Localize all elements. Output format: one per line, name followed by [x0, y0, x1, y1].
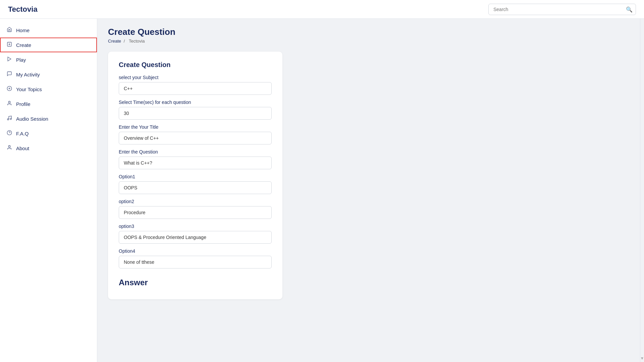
layout: Home Create Play My Activity Your Topics	[0, 19, 644, 362]
sidebar-item-audio-session[interactable]: Audio Session	[0, 111, 97, 126]
option2-input[interactable]	[119, 206, 272, 219]
sidebar-item-about-label: About	[16, 145, 29, 151]
search-input[interactable]	[488, 4, 636, 15]
card-title: Create Question	[119, 61, 272, 69]
sidebar-item-faq[interactable]: F.A.Q	[0, 126, 97, 141]
option2-label: option2	[119, 199, 272, 204]
scroll-hint: ▼	[640, 19, 644, 362]
sidebar-item-about[interactable]: About	[0, 141, 97, 156]
create-icon	[7, 42, 12, 48]
sidebar-item-audio-label: Audio Session	[16, 116, 48, 122]
header: Tectovia 🔍	[0, 0, 644, 19]
svg-marker-3	[8, 57, 11, 61]
activity-icon	[7, 71, 12, 78]
option4-label: Option4	[119, 248, 272, 254]
main-content: Create Question Create / Tectovia Create…	[97, 19, 640, 362]
title-label: Enter the Your Title	[119, 124, 272, 130]
play-icon	[7, 56, 12, 63]
sidebar-item-create-label: Create	[16, 42, 31, 48]
time-label: Select Time(sec) for each question	[119, 100, 272, 105]
svg-point-7	[8, 101, 10, 103]
sidebar-item-faq-label: F.A.Q	[16, 131, 29, 136]
sidebar-item-my-activity-label: My Activity	[16, 72, 40, 77]
faq-icon	[7, 130, 12, 137]
create-question-card: Create Question select your Subject Sele…	[108, 52, 282, 299]
breadcrumb: Create / Tectovia	[108, 39, 629, 44]
time-input[interactable]	[119, 107, 272, 120]
sidebar-item-play[interactable]: Play	[0, 52, 97, 67]
logo: Tectovia	[8, 5, 105, 14]
sidebar-item-home-label: Home	[16, 27, 30, 33]
option3-input[interactable]	[119, 231, 272, 244]
answer-title: Answer	[119, 278, 272, 287]
option3-label: option3	[119, 224, 272, 229]
breadcrumb-tectovia: Tectovia	[129, 39, 145, 44]
sidebar-item-profile-label: Profile	[16, 101, 31, 107]
svg-point-8	[7, 119, 9, 120]
question-input[interactable]	[119, 157, 272, 169]
sidebar-item-home[interactable]: Home	[0, 23, 97, 38]
sidebar-item-my-activity[interactable]: My Activity	[0, 67, 97, 82]
search-wrapper: 🔍	[488, 4, 636, 15]
sidebar-item-profile[interactable]: Profile	[0, 97, 97, 111]
topics-icon	[7, 86, 12, 93]
about-icon	[7, 145, 12, 152]
profile-icon	[7, 101, 12, 107]
sidebar-item-play-label: Play	[16, 57, 26, 63]
title-input[interactable]	[119, 132, 272, 144]
svg-point-12	[8, 145, 10, 147]
breadcrumb-create[interactable]: Create	[108, 39, 121, 44]
search-icon: 🔍	[626, 6, 633, 12]
home-icon	[7, 27, 12, 34]
sidebar-item-create[interactable]: Create	[0, 38, 97, 52]
scroll-arrow-icon: ▼	[640, 356, 644, 361]
page-title: Create Question	[108, 27, 629, 37]
question-label: Enter the Question	[119, 149, 272, 155]
audio-icon	[7, 115, 12, 122]
option1-label: Option1	[119, 174, 272, 179]
sidebar: Home Create Play My Activity Your Topics	[0, 19, 97, 362]
option4-input[interactable]	[119, 256, 272, 268]
svg-point-9	[10, 118, 11, 120]
subject-input[interactable]	[119, 82, 272, 95]
breadcrumb-separator: /	[124, 39, 125, 44]
sidebar-item-your-topics-label: Your Topics	[16, 86, 42, 92]
subject-label: select your Subject	[119, 75, 272, 80]
option1-input[interactable]	[119, 181, 272, 194]
sidebar-item-your-topics[interactable]: Your Topics	[0, 82, 97, 97]
